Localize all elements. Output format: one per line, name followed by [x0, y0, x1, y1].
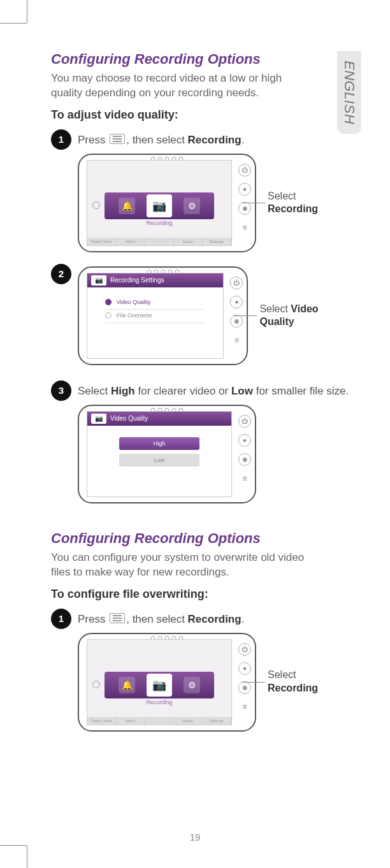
step-row: 1 Press , then select Recording. — [51, 129, 350, 150]
list-label: File Overwrite — [117, 312, 152, 319]
list-item: File Overwrite — [105, 310, 205, 323]
tab: Settings — [203, 238, 231, 245]
crop-mark — [27, 0, 27, 23]
radio-icon — [105, 299, 112, 305]
tab: Setup — [174, 717, 203, 725]
side-buttons: ⏻ ● ◉ ≡ — [238, 164, 251, 234]
device-frame: ⏻ ● ◉ ≡ 🔔 📷 ⚙ Recording Power Save A — [78, 633, 256, 732]
alarm-icon: 🔔 — [119, 677, 135, 693]
menu-ribbon: 🔔 📷 ⚙ — [105, 672, 214, 698]
callout-text: Select — [268, 191, 296, 201]
side-buttons: ⏻ ● ◉ ≡ — [230, 277, 243, 347]
section2: Configuring Recording Options You can co… — [51, 530, 350, 732]
figure-row: ⏻ ● ◉ ≡ 📷 Recording Settings Video Quali… — [78, 266, 350, 365]
text: . — [242, 613, 245, 625]
figure-row: ⏻ ● ◉ ≡ 🔔 📷 ⚙ Recording Power Save Alarm… — [78, 154, 350, 252]
crop-mark — [0, 23, 27, 24]
option-high: High — [119, 437, 199, 450]
text: for clearer video or — [135, 385, 231, 397]
mic-icon: ● — [238, 434, 251, 447]
text-bold: Recording — [188, 613, 242, 625]
step-badge: 2 — [51, 264, 71, 284]
text: Press — [78, 613, 108, 625]
header-text: Recording Settings — [110, 277, 164, 284]
text-bold: Low — [231, 385, 253, 397]
section1-subhead: To adjust video quality: — [51, 108, 350, 122]
camera-icon: ◉ — [230, 315, 243, 328]
option-low: Low — [119, 454, 199, 467]
device-screen: 📷 Recording Settings Video Quality File … — [87, 273, 224, 359]
list-icon: ≡ — [238, 472, 251, 485]
nav-dot — [92, 201, 100, 209]
nav-dot — [92, 681, 100, 688]
list-item: Video Quality — [105, 296, 205, 310]
settings-icon: ⚙ — [184, 677, 200, 693]
tab: Alarm — [116, 238, 145, 245]
callout: Select Recording — [268, 190, 318, 217]
ribbon-label: Recording — [87, 699, 231, 705]
menu-icon — [110, 613, 125, 623]
step-badge: 1 — [51, 609, 71, 629]
step-row: 3 Select High for clearer video or Low f… — [51, 380, 350, 401]
tab: Settings — [203, 717, 231, 725]
recording-icon: 📷 — [147, 194, 172, 217]
list-area: Video Quality File Overwrite — [87, 287, 223, 358]
screen-header: 📷 Recording Settings — [87, 273, 223, 287]
step-badge: 1 — [51, 129, 71, 150]
callout-bold: Recording — [268, 683, 318, 693]
list-icon: ≡ — [230, 334, 243, 347]
text: . — [242, 134, 245, 146]
tab: Alarm — [116, 717, 145, 725]
power-icon: ⏻ — [238, 643, 251, 656]
screen-header: 📷 Video Quality — [87, 412, 231, 426]
device-screen: 🔔 📷 ⚙ Recording Power Save Alarm Setup S… — [87, 160, 232, 246]
callout-text: Select — [259, 303, 291, 314]
menu-icon — [110, 134, 125, 144]
callout-text: Select — [268, 669, 296, 680]
radio-icon — [105, 312, 112, 319]
camera-icon: ◉ — [238, 453, 251, 466]
list-icon: ≡ — [238, 221, 251, 234]
tab: Power Save — [87, 238, 116, 245]
camera-icon: ◉ — [238, 681, 251, 694]
camera-icon: 📷 — [91, 414, 106, 424]
settings-icon: ⚙ — [184, 198, 200, 214]
header-text: Video Quality — [110, 415, 148, 422]
section2-title: Configuring Recording Options — [51, 530, 350, 547]
text-bold: Recording — [188, 134, 242, 146]
step-text: Press , then select Recording. — [78, 609, 244, 627]
ribbon-label: Recording — [87, 220, 231, 226]
step-badge: 3 — [51, 380, 71, 401]
camera-icon: 📷 — [91, 275, 106, 286]
power-icon: ⏻ — [238, 415, 251, 428]
text: , then select — [126, 134, 187, 146]
page-content: Configuring Recording Options You may ch… — [51, 51, 350, 743]
device-frame: ⏻ ● ◉ ≡ 🔔 📷 ⚙ Recording Power Save Alarm… — [78, 154, 256, 252]
text: Select — [78, 385, 111, 397]
step-row: 1 Press , then select Recording. — [51, 609, 350, 629]
text-bold: High — [111, 385, 135, 397]
page-number: 19 — [190, 832, 201, 843]
alarm-icon: 🔔 — [119, 198, 135, 214]
recording-icon: 📷 — [147, 674, 172, 697]
tab: Power Save — [87, 717, 116, 725]
text: Press — [78, 134, 108, 146]
list-label: Video Quality — [117, 299, 150, 305]
figure-row: ⏻ ● ◉ ≡ 📷 Video Quality High Low — [78, 405, 350, 503]
callout-bold: Recording — [268, 203, 318, 214]
mic-icon: ● — [238, 183, 251, 196]
step-text: Select High for clearer video or Low for… — [78, 380, 349, 399]
figure-row: ⏻ ● ◉ ≡ 🔔 📷 ⚙ Recording Power Save A — [78, 633, 350, 732]
side-buttons: ⏻ ● ◉ ≡ — [238, 643, 251, 713]
bottom-tabs: Power Save Alarm Setup Settings — [87, 238, 231, 245]
tab: Setup — [174, 238, 203, 245]
option-buttons: High Low — [87, 426, 231, 496]
crop-mark — [0, 845, 27, 846]
power-icon: ⏻ — [238, 164, 251, 177]
crop-mark — [27, 845, 27, 868]
device-screen: 📷 Video Quality High Low — [87, 411, 232, 497]
side-buttons: ⏻ ● ◉ ≡ — [238, 415, 251, 485]
list-icon: ≡ — [238, 700, 251, 713]
step-row: 2 ⏻ ● ◉ ≡ 📷 Recording Settings — [51, 264, 350, 377]
power-icon: ⏻ — [230, 277, 243, 289]
